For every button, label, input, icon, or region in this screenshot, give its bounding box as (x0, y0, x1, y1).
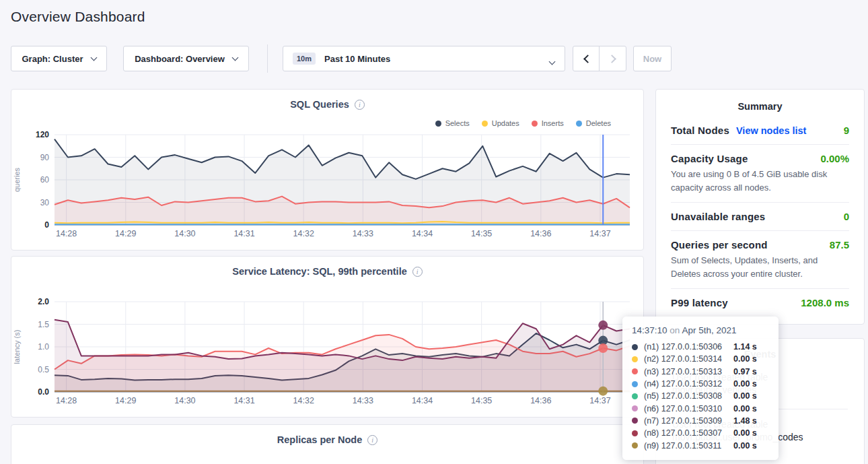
tooltip-row: (n6) 127.0.0.1:503100.00 s (632, 402, 769, 414)
legend-item[interactable]: Inserts (532, 119, 564, 127)
svg-text:14:33: 14:33 (353, 229, 373, 238)
summary-card: Summary Total Nodes View nodes list 9 Ca… (655, 89, 865, 325)
service-latency-card: Service Latency: SQL, 99th percentile i … (11, 256, 644, 418)
tooltip-node-value: 0.00 s (733, 391, 757, 401)
summary-value: 0.00% (820, 153, 849, 164)
tooltip-row: (n3) 127.0.0.1:503130.97 s (632, 366, 769, 378)
svg-text:14:29: 14:29 (115, 229, 136, 238)
info-icon[interactable]: i (355, 100, 365, 110)
next-time-button[interactable] (599, 46, 626, 71)
dashboard-dropdown-label: Dashboard: Overview (135, 54, 225, 64)
replicas-per-node-card: Replicas per Node i (11, 424, 644, 464)
chevron-down-icon (231, 55, 238, 61)
time-range-picker[interactable]: 10m Past 10 Minutes (283, 46, 565, 71)
legend-swatch-icon (435, 121, 441, 127)
tooltip-node-label: (n1) 127.0.0.1:50306 (644, 342, 733, 352)
graph-dropdown[interactable]: Graph: Cluster (11, 46, 107, 71)
svg-text:0.0: 0.0 (38, 387, 49, 397)
series-dot-icon (632, 442, 638, 449)
svg-text:60: 60 (40, 175, 50, 185)
tooltip-node-value: 0.00 s (733, 404, 757, 413)
summary-row-total-nodes: Total Nodes View nodes list 9 (671, 117, 849, 144)
series-dot-icon (632, 418, 638, 424)
toolbar-divider (267, 44, 268, 73)
svg-text:14:32: 14:32 (293, 229, 314, 238)
sql-queries-card: SQL Queries i SelectsUpdatesInsertsDelet… (11, 89, 644, 251)
tooltip-row: (n2) 127.0.0.1:503140.00 s (632, 353, 769, 365)
info-icon[interactable]: i (412, 267, 423, 277)
summary-row-unavailable-ranges: Unavailable ranges 0 (671, 202, 849, 230)
svg-text:14:37: 14:37 (589, 396, 610, 405)
page-title: Overview Dashboard (11, 9, 145, 25)
series-dot-icon (632, 430, 638, 436)
legend-item[interactable]: Selects (435, 119, 470, 127)
legend-item[interactable]: Updates (482, 119, 519, 127)
tooltip-node-label: (n4) 127.0.0.1:50312 (644, 379, 733, 389)
chevron-down-icon (90, 55, 97, 61)
chart-hover-tooltip: 14:37:10 on Apr 5th, 2021 (n1) 127.0.0.1… (622, 317, 779, 460)
summary-value: 9 (844, 125, 849, 136)
tooltip-node-value: 1.48 s (733, 416, 757, 426)
series-dot-icon (632, 344, 638, 350)
tooltip-row: (n8) 127.0.0.1:503070.00 s (632, 427, 769, 439)
dashboard-dropdown[interactable]: Dashboard: Overview (123, 46, 249, 71)
series-dot-icon (632, 393, 638, 399)
info-icon[interactable]: i (367, 435, 377, 445)
service-latency-chart[interactable]: 14:2814:2914:3014:3114:3214:3314:3414:35… (11, 294, 645, 409)
prev-time-button[interactable] (573, 46, 600, 71)
summary-row-capacity-usage: Capacity Usage 0.00% You are using 0 B o… (671, 144, 849, 202)
legend-label: Selects (445, 119, 470, 127)
tooltip-node-label: (n5) 127.0.0.1:50308 (644, 391, 733, 401)
graph-dropdown-label: Graph: Cluster (22, 54, 83, 64)
svg-text:queries: queries (13, 167, 21, 192)
sql-queries-chart[interactable]: 14:2814:2914:3014:3114:3214:3314:3414:35… (11, 127, 645, 242)
tooltip-node-label: (n9) 127.0.0.1:50311 (644, 441, 733, 451)
svg-text:14:34: 14:34 (412, 396, 433, 405)
svg-text:14:35: 14:35 (471, 229, 492, 238)
sql-queries-chart-title: SQL Queries (290, 99, 349, 110)
summary-label: Unavailable ranges (671, 211, 765, 222)
tooltip-node-value: 0.00 s (733, 379, 757, 389)
summary-value: 1208.0 ms (801, 297, 849, 308)
svg-text:0.5: 0.5 (38, 365, 49, 374)
svg-text:14:31: 14:31 (233, 396, 254, 405)
svg-text:1.0: 1.0 (38, 342, 49, 352)
legend-label: Deletes (586, 119, 611, 127)
tooltip-node-label: (n2) 127.0.0.1:50314 (644, 354, 733, 364)
now-button[interactable]: Now (633, 46, 672, 71)
svg-text:90: 90 (40, 153, 50, 162)
tooltip-node-label: (n6) 127.0.0.1:50310 (644, 404, 733, 413)
svg-text:14:36: 14:36 (530, 396, 551, 405)
summary-label: Capacity Usage (671, 153, 748, 164)
tooltip-node-value: 0.00 s (733, 441, 757, 451)
svg-text:14:37: 14:37 (589, 229, 610, 238)
svg-text:120: 120 (36, 130, 49, 139)
tooltip-row: (n4) 127.0.0.1:503120.00 s (632, 378, 769, 390)
summary-title: Summary (671, 90, 849, 117)
svg-text:14:32: 14:32 (293, 396, 314, 405)
tooltip-node-value: 0.00 s (733, 354, 757, 364)
svg-text:14:30: 14:30 (174, 396, 195, 405)
summary-label: Queries per second (671, 239, 768, 251)
svg-text:14:28: 14:28 (56, 229, 77, 238)
replicas-chart-title: Replicas per Node (277, 434, 363, 445)
service-latency-chart-title: Service Latency: SQL, 99th percentile (232, 266, 407, 277)
svg-text:14:28: 14:28 (56, 396, 77, 405)
time-range-label: Past 10 Minutes (324, 54, 390, 64)
view-nodes-list-link[interactable]: View nodes list (736, 125, 807, 136)
legend-swatch-icon (576, 121, 582, 127)
series-dot-icon (632, 381, 638, 387)
summary-value: 87.5 (830, 239, 849, 251)
summary-row-p99-latency: P99 latency 1208.0 ms (671, 288, 849, 317)
tooltip-node-label: (n3) 127.0.0.1:50313 (644, 367, 733, 376)
svg-text:14:35: 14:35 (471, 396, 492, 405)
sql-chart-legend: SelectsUpdatesInsertsDeletes (435, 119, 611, 127)
tooltip-rows: (n1) 127.0.0.1:503061.14 s(n2) 127.0.0.1… (632, 341, 769, 452)
legend-swatch-icon (482, 121, 488, 127)
tooltip-row: (n1) 127.0.0.1:503061.14 s (632, 341, 769, 353)
summary-value: 0 (844, 211, 849, 222)
chevron-right-icon (608, 55, 616, 63)
summary-row-queries-per-second: Queries per second 87.5 Sum of Selects, … (671, 230, 849, 288)
tooltip-node-label: (n7) 127.0.0.1:50309 (644, 416, 733, 426)
legend-item[interactable]: Deletes (576, 119, 611, 127)
